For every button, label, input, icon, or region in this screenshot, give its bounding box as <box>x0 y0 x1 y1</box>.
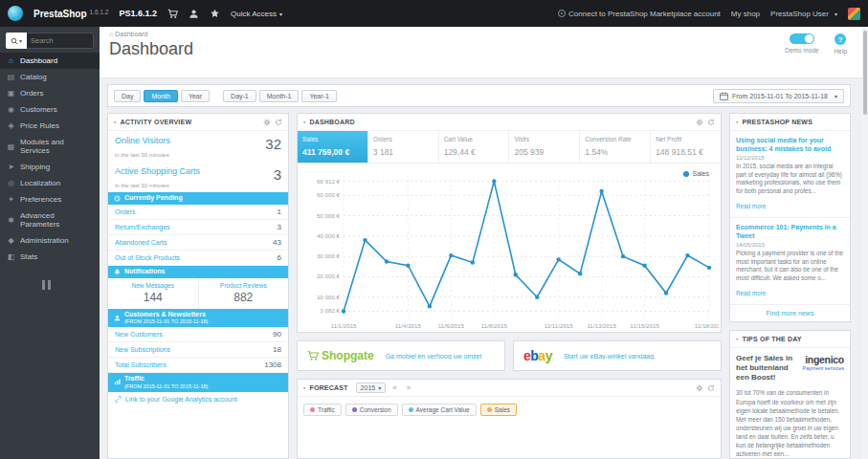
shopgate-promo-link[interactable]: Ga mobiel en verhoog uw omzet <box>386 353 482 360</box>
date-range-picker[interactable]: From 2015-11-01 To 2015-11-18 <box>713 89 844 103</box>
sidebar-item-shipping[interactable]: ➤Shipping <box>0 159 100 175</box>
forecast-prev-icon[interactable]: « <box>389 383 399 392</box>
filter-day-1-button[interactable]: Day-1 <box>223 90 256 102</box>
sidebar-menu: ⌂Dashboard ▤Catalog ▣Orders ◉Customers ◈… <box>0 53 100 265</box>
find-more-news-link[interactable]: Find more news <box>730 305 850 321</box>
pending-returns-row[interactable]: Return/Exchanges3 <box>108 220 288 235</box>
filter-year-button[interactable]: Year <box>181 90 210 102</box>
sidebar-item-price-rules[interactable]: ◈Price Rules <box>0 118 100 134</box>
sidebar-item-modules[interactable]: ▦Modules and Services <box>0 134 100 159</box>
sidebar-item-advanced-parameters[interactable]: ✱Advanced Parameters <box>0 208 100 232</box>
ebay-promo-link[interactable]: Start uw eBay-winkel vandaag <box>564 353 654 360</box>
activity-refresh-icon[interactable] <box>275 119 282 126</box>
kpi-orders[interactable]: Orders3 181 <box>368 131 439 163</box>
new-customers-row[interactable]: New Customers90 <box>108 327 288 342</box>
help-button[interactable]: ? Help <box>835 33 847 55</box>
filter-day-button[interactable]: Day <box>114 90 141 102</box>
shop-name-link[interactable]: PS1.6.1.2 <box>119 9 157 18</box>
administration-icon: ◆ <box>7 236 15 245</box>
new-messages-cell[interactable]: New Messages 144 <box>108 278 198 309</box>
sidebar-item-preferences[interactable]: ✦Preferences <box>0 191 100 208</box>
user-menu[interactable]: PrestaShop User <box>770 10 837 18</box>
cart-icon[interactable] <box>167 9 178 19</box>
active-carts-value: 3 <box>274 166 281 183</box>
demo-mode-toggle[interactable]: Demo mode <box>785 33 818 55</box>
forecast-toggle-average-cart-value[interactable]: Average Cart Value <box>402 404 477 416</box>
google-analytics-link[interactable]: Link to your Google Analytics account <box>108 392 288 406</box>
breadcrumb[interactable]: ⌂Dashboard <box>109 31 853 37</box>
activity-settings-icon[interactable] <box>263 119 271 126</box>
prestashop-logo[interactable] <box>8 6 23 21</box>
online-visitors-subtext: in the last 30 minutes <box>108 152 288 162</box>
sidebar-item-stats[interactable]: ◧Stats <box>0 249 100 265</box>
product-reviews-cell[interactable]: Product Reviews 882 <box>198 278 289 309</box>
news-headline-link[interactable]: Using social media for your business: 4 … <box>736 136 844 153</box>
user-avatar[interactable] <box>848 8 860 20</box>
filter-month-1-button[interactable]: Month-1 <box>259 90 300 102</box>
ebay-promo[interactable]: ebay Start uw eBay-winkel vandaag <box>513 340 722 371</box>
kpi-sales[interactable]: Sales411 759,00 € <box>298 131 368 163</box>
dashboard-settings-icon[interactable] <box>696 119 703 126</box>
online-visitors-link[interactable]: Online Visitors <box>115 136 170 145</box>
marketplace-link[interactable]: Connect to PrestaShop Marketplace accoun… <box>558 10 721 18</box>
kpi-row: Sales411 759,00 € Orders3 181 Cart Value… <box>298 131 721 164</box>
read-more-link[interactable]: Read more <box>736 290 766 296</box>
tips-body-text: 30 tot 70% van de consumenten in Europa … <box>736 388 844 458</box>
kpi-net-profit[interactable]: Net Profit148 918,51 € <box>651 131 721 163</box>
sidebar: ▾ ⌂Dashboard ▤Catalog ▣Orders ◉Customers… <box>0 27 100 459</box>
forecast-year-select[interactable]: 2015 <box>356 382 387 393</box>
customers-icon[interactable] <box>189 9 199 19</box>
filter-year-1-button[interactable]: Year-1 <box>301 90 336 102</box>
search-input[interactable] <box>27 33 94 49</box>
sidebar-collapse-button[interactable] <box>42 280 51 290</box>
shopgate-cart-icon <box>307 350 319 361</box>
forecast-next-icon[interactable]: » <box>404 383 413 392</box>
news-headline-link[interactable]: Ecommerce 101: Payments in a Tweet <box>736 223 844 240</box>
shopgate-promo[interactable]: Shopgate Ga mobiel en verhoog uw omzet <box>297 340 505 371</box>
traffic-section-header: Traffic(FROM 2015-11-01 TO 2015-11-18) <box>108 373 288 392</box>
scrollbar-thumb[interactable] <box>863 31 867 115</box>
news-date: 11/12/2015 <box>736 155 844 161</box>
sidebar-item-catalog[interactable]: ▤Catalog <box>0 69 100 85</box>
toggle-on-icon[interactable] <box>790 33 814 44</box>
forecast-panel-title: FORECAST <box>309 384 347 391</box>
news-panel-icon: ▪ <box>736 119 738 125</box>
sidebar-item-dashboard[interactable]: ⌂Dashboard <box>0 53 100 69</box>
trophy-icon[interactable] <box>210 9 220 19</box>
calendar-icon <box>720 92 728 100</box>
my-shop-link[interactable]: My shop <box>731 10 760 18</box>
sidebar-item-orders[interactable]: ▣Orders <box>0 85 100 101</box>
quick-access-menu[interactable]: Quick Access <box>231 10 282 18</box>
dashboard-refresh-icon[interactable] <box>707 119 715 126</box>
forecast-settings-icon[interactable] <box>696 384 703 392</box>
active-carts-link[interactable]: Active Shopping Carts <box>115 166 200 176</box>
total-subscribers-row[interactable]: Total Subscribers1308 <box>108 358 288 373</box>
pending-out-of-stock-row[interactable]: Out of Stock Products6 <box>108 251 288 266</box>
kpi-visits[interactable]: Visits205 939 <box>509 131 580 163</box>
new-subscriptions-row[interactable]: New Subscriptions18 <box>108 342 288 358</box>
page-scrollbar[interactable] <box>862 27 868 459</box>
modules-icon: ▦ <box>7 142 15 151</box>
date-filter-bar: Day Month Year Day-1 Month-1 Year-1 From… <box>107 84 851 107</box>
bar-chart-icon <box>114 379 121 385</box>
forecast-refresh-icon[interactable] <box>707 384 715 392</box>
kpi-cart-value[interactable]: Cart Value129,44 € <box>439 131 510 163</box>
svg-text:10 000 €: 10 000 € <box>317 294 341 300</box>
search-scope-button[interactable]: ▾ <box>6 33 27 49</box>
sidebar-item-customers[interactable]: ◉Customers <box>0 101 100 118</box>
kpi-conversion-rate[interactable]: Conversion Rate1.54% <box>580 131 651 163</box>
shopgate-logo: Shopgate <box>307 349 374 362</box>
forecast-toggle-traffic[interactable]: Traffic <box>303 404 342 416</box>
tips-panel-title: TIPS OF THE DAY <box>742 336 801 342</box>
sidebar-item-administration[interactable]: ◆Administration <box>0 232 100 249</box>
read-more-link[interactable]: Read more <box>736 203 766 209</box>
forecast-toggle-conversion[interactable]: Conversion <box>345 404 398 416</box>
chart-legend[interactable]: Sales <box>683 170 709 177</box>
sidebar-item-localization[interactable]: ◎Localization <box>0 175 100 191</box>
forecast-toggle-sales[interactable]: Sales <box>480 404 517 416</box>
people-icon <box>114 315 121 321</box>
filter-month-button[interactable]: Month <box>144 90 177 102</box>
pending-orders-row[interactable]: Orders1 <box>108 205 288 220</box>
forecast-metric-toggles: Traffic Conversion Average Cart Value Sa… <box>298 397 721 423</box>
pending-abandoned-carts-row[interactable]: Abandoned Carts43 <box>108 235 288 251</box>
